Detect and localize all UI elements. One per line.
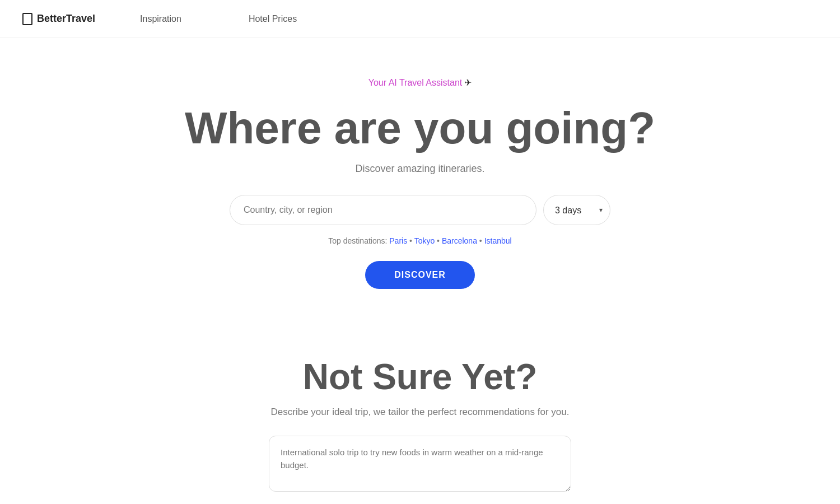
not-sure-subtitle: Describe your ideal trip, we tailor the … [271,407,570,418]
logo-icon [22,13,32,25]
ai-badge: Your AI Travel Assistant ✈ [368,77,472,88]
destination-input[interactable] [230,195,536,225]
destination-istanbul[interactable]: Istanbul [484,236,512,245]
nav-links: Inspiration Hotel Prices [140,14,297,24]
top-destinations: Top destinations: Paris • Tokyo • Barcel… [328,236,511,245]
search-row: 1 day 2 days 3 days 4 days 5 days 6 days… [230,195,610,225]
logo-text: BetterTravel [37,13,95,25]
not-sure-title: Not Sure Yet? [303,356,537,398]
hero-section: Your AI Travel Assistant ✈ Where are you… [0,38,840,323]
ai-badge-text: Your AI Travel Assistant [368,78,463,88]
ideal-trip-textarea[interactable] [269,436,571,492]
navbar: BetterTravel Inspiration Hotel Prices [0,0,840,38]
nav-inspiration[interactable]: Inspiration [140,14,181,24]
not-sure-section: Not Sure Yet? Describe your ideal trip, … [0,323,840,504]
top-destinations-label: Top destinations: [328,236,387,245]
logo-link[interactable]: BetterTravel [22,13,95,25]
nav-hotel-prices[interactable]: Hotel Prices [249,14,297,24]
destination-paris[interactable]: Paris [389,236,407,245]
discover-button[interactable]: DISCOVER [365,261,475,289]
days-select-wrapper: 1 day 2 days 3 days 4 days 5 days 6 days… [543,195,610,225]
hero-title: Where are you going? [185,104,655,153]
destination-tokyo[interactable]: Tokyo [414,236,435,245]
hero-subtitle: Discover amazing itineraries. [355,163,484,175]
plane-icon: ✈ [464,77,472,88]
days-select[interactable]: 1 day 2 days 3 days 4 days 5 days 6 days… [543,195,610,225]
destination-barcelona[interactable]: Barcelona [442,236,477,245]
